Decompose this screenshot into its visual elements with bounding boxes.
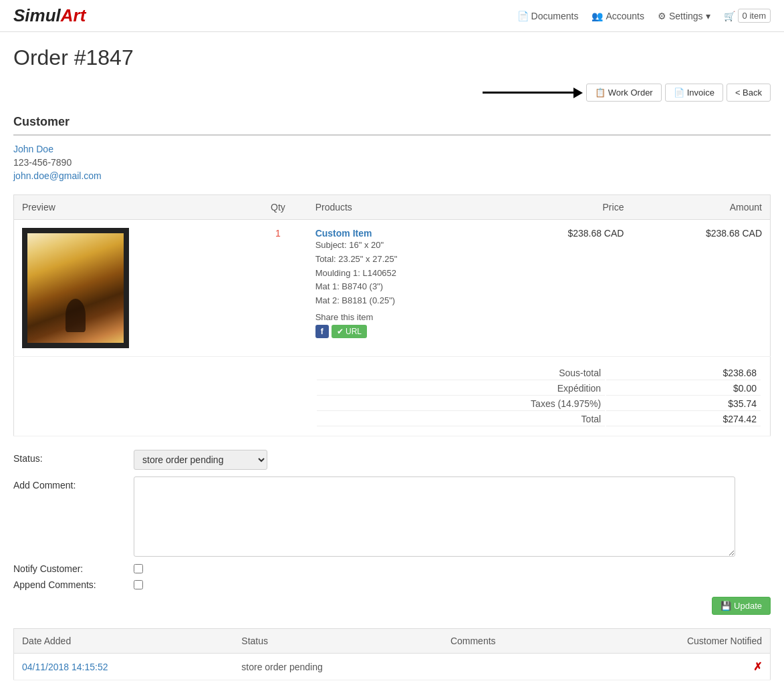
comment-label: Add Comment: [13,476,134,491]
status-form: Status: store order pending processing s… [13,450,771,615]
history-col-status: Status [233,629,442,654]
history-date-link[interactable]: 04/11/2018 14:15:52 [22,662,108,672]
total-label: Total [317,412,606,426]
table-row: 1 Custom Item Subject: 16" x 20" Total: … [14,220,771,357]
totals-empty [14,357,307,436]
invoice-icon: 📄 [674,88,684,98]
notified-x-icon: ✗ [753,661,762,672]
cart-icon: 🛒 [724,11,735,21]
amount-cell: $238.68 CAD [632,220,770,357]
page-title: Order #1847 [13,45,771,70]
customer-info: John Doe 123-456-7890 john.doe@gmail.com [13,144,771,181]
customer-section-header: Customer [13,115,771,136]
frame-inner [27,233,124,343]
col-price: Price [494,195,632,220]
expedition-row: Expédition $0.00 [317,382,761,396]
price-cell: $238.68 CAD [494,220,632,357]
save-icon: 💾 [721,601,731,611]
history-date: 04/11/2018 14:15:52 [14,654,234,680]
history-table: Date Added Status Comments Customer Noti… [13,628,771,680]
order-table: Preview Qty Products Price Amount 1 [13,194,771,436]
comment-textarea[interactable] [134,476,735,557]
product-mat1: Mat 1: B8740 (3") [315,280,487,294]
product-moulding: Moulding 1: L140652 [315,267,487,281]
share-buttons: f ✔ URL [315,325,487,338]
work-order-button[interactable]: 📋 Work Order [586,84,662,102]
back-button[interactable]: < Back [727,84,771,102]
history-col-comments: Comments [442,629,574,654]
nav-settings[interactable]: ⚙ Settings [658,11,710,21]
notify-label: Notify Customer: [13,563,134,574]
qty-cell: 1 [249,220,307,357]
nav-accounts[interactable]: 👥 Accounts [592,11,644,21]
history-col-date: Date Added [14,629,234,654]
qty-value: 1 [275,228,281,239]
work-order-icon: 📋 [595,88,606,98]
update-button[interactable]: 💾 Update [712,597,771,615]
expedition-value: $0.00 [606,382,761,396]
history-col-notified: Customer Notified [574,629,771,654]
customer-email: john.doe@gmail.com [13,170,771,181]
sous-total-value: $238.68 [606,366,761,380]
totals-row: Sous-total $238.68 Expédition $0.00 Taxe… [14,357,771,436]
cart-count: 0 item [738,9,771,23]
notify-row: Notify Customer: [13,563,771,574]
arrow-line [483,92,576,94]
col-products: Products [307,195,495,220]
share-url-button[interactable]: ✔ URL [332,325,367,338]
nav-documents[interactable]: 📄 Documents [517,11,579,21]
total-row: Total $274.42 [317,412,761,426]
sous-total-label: Sous-total [317,366,606,380]
brand-logo[interactable]: SimulArt [13,5,86,26]
product-subject: Subject: 16" x 20" [315,239,487,253]
brand-simul: Simul [13,5,61,25]
col-amount: Amount [632,195,770,220]
update-btn-row: 💾 Update [13,597,771,615]
history-status: store order pending [233,654,442,680]
append-checkbox[interactable] [134,580,143,589]
brand-art: Art [61,5,86,25]
action-row: 📋 Work Order 📄 Invoice < Back [13,84,771,102]
frame-photo [27,233,124,343]
status-label: Status: [13,450,134,464]
nav-links: 📄 Documents 👥 Accounts ⚙ Settings 🛒 0 it… [517,9,771,23]
share-facebook-button[interactable]: f [315,325,329,338]
taxes-value: $35.74 [606,397,761,411]
products-cell: Custom Item Subject: 16" x 20" Total: 23… [307,220,495,357]
product-name[interactable]: Custom Item [315,228,487,239]
col-qty: Qty [249,195,307,220]
totals-cell: Sous-total $238.68 Expédition $0.00 Taxe… [307,357,771,436]
product-mat2: Mat 2: B8181 (0.25") [315,294,487,308]
navbar: SimulArt 📄 Documents 👥 Accounts ⚙ Settin… [0,0,784,32]
sous-total-row: Sous-total $238.68 [317,366,761,380]
notify-checkbox[interactable] [134,564,143,573]
settings-icon: ⚙ [658,11,666,21]
history-comments [442,654,574,680]
history-notified: ✗ [574,654,771,680]
total-value: $274.42 [606,412,761,426]
history-row: 04/11/2018 14:15:52 store order pending … [14,654,771,680]
preview-cell [14,220,249,357]
col-preview: Preview [14,195,249,220]
product-total: Total: 23.25" x 27.25" [315,253,487,267]
expedition-label: Expédition [317,382,606,396]
append-row: Append Comments: [13,579,771,590]
invoice-button[interactable]: 📄 Invoice [665,84,723,102]
frame-image [22,228,129,348]
accounts-icon: 👥 [592,11,603,21]
comment-row: Add Comment: [13,476,771,557]
append-label: Append Comments: [13,579,134,590]
totals-table: Sous-total $238.68 Expédition $0.00 Taxe… [315,365,762,428]
taxes-row: Taxes (14.975%) $35.74 [317,397,761,411]
documents-icon: 📄 [517,11,529,21]
customer-phone: 123-456-7890 [13,157,771,168]
main-content: Order #1847 📋 Work Order 📄 Invoice < Bac… [0,32,784,681]
nav-cart[interactable]: 🛒 0 item [724,9,771,23]
taxes-label: Taxes (14.975%) [317,397,606,411]
status-row: Status: store order pending processing s… [13,450,771,470]
arrow-container [13,92,576,94]
share-label: Share this item [315,312,487,322]
customer-name: John Doe [13,144,771,154]
status-select[interactable]: store order pending processing shipped c… [134,450,267,470]
